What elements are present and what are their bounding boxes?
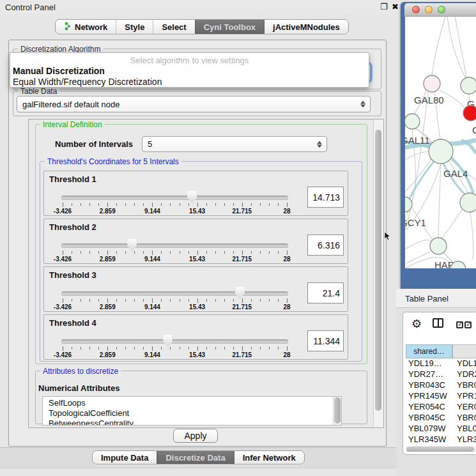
- slider-tick: [116, 299, 117, 302]
- network-canvas[interactable]: GAL80GCGAL11GAL4GCY1HHAP2: [405, 17, 476, 268]
- slider-tick: [215, 299, 216, 302]
- float-window-icon[interactable]: ❐: [380, 2, 388, 12]
- network-node-g[interactable]: [461, 77, 476, 94]
- minimize-window-icon[interactable]: [425, 6, 433, 13]
- network-edge[interactable]: [432, 17, 445, 75]
- network-edge[interactable]: [441, 209, 463, 239]
- algorithm-option-manual-discretization[interactable]: Manual Discretization: [13, 66, 105, 76]
- threshold-value-field[interactable]: 21.4: [307, 282, 344, 303]
- slider-tick: [143, 347, 144, 349]
- network-node-gal11[interactable]: [405, 114, 420, 129]
- close-panel-icon[interactable]: ✖: [392, 2, 399, 12]
- cell-name: YLR3: [453, 434, 476, 445]
- algorithm-option-equal-width-frequency-discretization[interactable]: Equal Width/Frequency Discretization: [13, 77, 162, 87]
- threshold-slider-track[interactable]: [61, 339, 288, 344]
- split-columns-icon[interactable]: [433, 318, 443, 328]
- threshold-slider-track[interactable]: [61, 291, 288, 296]
- network-node-gal4[interactable]: [429, 139, 453, 164]
- apply-button[interactable]: Apply: [173, 429, 218, 443]
- threshold-value-field[interactable]: 6.316: [307, 234, 344, 256]
- bottom-tab-infer-network[interactable]: Infer Network: [234, 451, 304, 464]
- slider-tick: [161, 347, 162, 349]
- table-row[interactable]: YBR045CYBR0: [406, 413, 476, 424]
- interval-definition-label: Interval Definition: [40, 120, 105, 129]
- table-data-combobox[interactable]: galFiltered.sif default node: [17, 96, 371, 112]
- cell-shared-name: YBL079W: [406, 424, 453, 434]
- tab-network[interactable]: Network: [56, 20, 116, 34]
- zoom-window-icon[interactable]: [438, 6, 445, 13]
- close-window-icon[interactable]: [412, 6, 420, 13]
- threshold-slider-track[interactable]: [61, 196, 288, 200]
- threshold-label: Threshold 3: [49, 270, 96, 280]
- table-row[interactable]: YBR043CYBR0: [406, 380, 476, 391]
- slider-tick-label: 2.859: [100, 208, 116, 215]
- threshold-box-3: Threshold 3-3.4262.8599.14415.4321.71528…: [43, 266, 348, 312]
- network-edge[interactable]: [438, 164, 441, 238]
- bottom-tab-label: Discretize Data: [165, 453, 225, 463]
- threshold-slider-track[interactable]: [61, 243, 288, 248]
- network-view-window[interactable]: GAL80GCGAL11GAL4GCY1HHAP2: [401, 2, 476, 289]
- network-window-titlebar[interactable]: [404, 3, 476, 17]
- table-panel-header: Table Panel: [396, 289, 476, 308]
- tab-style[interactable]: Style: [116, 20, 153, 34]
- table-row[interactable]: YPR145WYPR1: [406, 391, 476, 402]
- threshold-slider-thumb[interactable]: [187, 191, 197, 203]
- threshold-slider-thumb[interactable]: [235, 287, 245, 299]
- threshold-slider-thumb[interactable]: [163, 335, 173, 347]
- table-row[interactable]: YDL19…YDL1: [406, 358, 476, 369]
- table-row[interactable]: YER054CYER0: [406, 402, 476, 413]
- network-node-gcy1[interactable]: [405, 197, 412, 212]
- table-panel: Table Panel ⚙ shared… name YDL19…YDL1YDR…: [396, 289, 476, 476]
- network-node-h[interactable]: [460, 193, 476, 212]
- slider-tick: [233, 251, 234, 254]
- select-columns-icon[interactable]: [456, 319, 473, 331]
- attributes-scrollbar[interactable]: [333, 397, 341, 425]
- network-edge[interactable]: [405, 240, 432, 249]
- slider-tick: [81, 251, 81, 254]
- network-node-gal80[interactable]: [424, 75, 440, 92]
- tab-cyni-toolbox[interactable]: Cyni Toolbox: [195, 20, 264, 34]
- slider-tick: [116, 347, 117, 349]
- cell-name: YBR0: [453, 380, 476, 391]
- table-row[interactable]: YBL079WYBL0: [406, 424, 476, 434]
- threshold-label: Threshold 1: [49, 174, 96, 184]
- table-row[interactable]: YDR27…YDR2: [406, 369, 476, 380]
- bottom-tab-label: Impute Data: [101, 453, 148, 463]
- table-row[interactable]: YLR345WYLR3: [406, 434, 476, 445]
- tab-label: Cyni Toolbox: [204, 22, 256, 32]
- attribute-item-topologicalcoefficient[interactable]: TopologicalCoefficient: [49, 408, 129, 418]
- slider-tick: [233, 299, 234, 302]
- column-header-shared-name[interactable]: shared…: [406, 344, 452, 358]
- bottom-tab-impute-data[interactable]: Impute Data: [93, 451, 157, 464]
- table-rows[interactable]: YDL19…YDL1YDR27…YDR2YBR043CYBR0YPR145WYP…: [406, 358, 476, 450]
- slider-tick: [260, 347, 261, 349]
- slider-tick: [197, 298, 198, 303]
- tab-select[interactable]: Select: [153, 20, 194, 34]
- numerical-attributes-list[interactable]: SelfLoopsTopologicalCoefficientBetweenne…: [42, 396, 342, 426]
- bottom-tab-discretize-data[interactable]: Discretize Data: [157, 451, 233, 464]
- slider-tick: [89, 299, 90, 302]
- network-edge[interactable]: [470, 212, 473, 259]
- slider-tick-label: 15.43: [189, 208, 205, 215]
- gear-icon[interactable]: ⚙: [411, 317, 422, 331]
- slider-tick: [278, 347, 279, 349]
- threshold-value-field[interactable]: 11.344: [307, 330, 344, 351]
- attribute-item-betweennesscentrality[interactable]: BetweennessCentrality: [49, 418, 134, 426]
- tab-label: Style: [125, 22, 144, 32]
- attribute-item-selfloops[interactable]: SelfLoops: [49, 398, 86, 408]
- table-horizontal-scrollbar[interactable]: [406, 446, 476, 452]
- threshold-slider-thumb[interactable]: [127, 239, 137, 251]
- algorithm-placeholder-option[interactable]: Select algorithm to view settings: [10, 56, 369, 65]
- network-node-c[interactable]: [463, 105, 476, 121]
- threshold-value-field[interactable]: 14.713: [307, 187, 344, 208]
- tab-jactivemnodules[interactable]: jActiveMNodules: [264, 20, 348, 34]
- slider-tick: [134, 347, 135, 349]
- slider-tick: [63, 203, 63, 207]
- threshold-box-2: Threshold 2-3.4262.8599.14415.4321.71528…: [43, 219, 348, 264]
- network-node-hap2[interactable]: [430, 238, 447, 254]
- main-vertical-scrollbar[interactable]: [373, 119, 383, 427]
- column-header-name[interactable]: name: [452, 344, 476, 358]
- network-edge[interactable]: [405, 151, 429, 160]
- slider-tick: [107, 203, 108, 207]
- number-of-intervals-combobox[interactable]: 5: [142, 136, 327, 152]
